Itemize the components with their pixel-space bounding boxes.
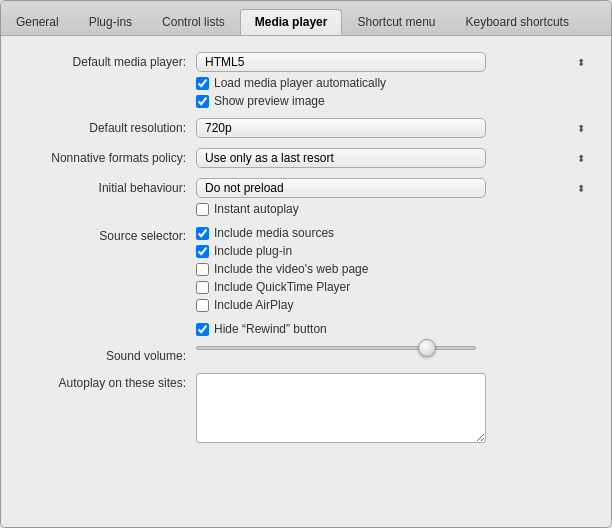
source-selector-control: Include media sources Include plug-in In… [196,226,591,312]
tab-shortcut-menu[interactable]: Shortcut menu [342,9,450,35]
autoplay-sites-control [196,373,591,443]
sound-volume-row: Sound volume: [21,346,591,363]
instant-autoplay-checkbox[interactable] [196,203,209,216]
nonnative-formats-control: Use only as a last resort Always use Nev… [196,148,591,168]
autoplay-sites-label: Autoplay on these sites: [21,373,196,390]
initial-behaviour-label: Initial behaviour: [21,178,196,195]
hide-rewind-checkbox[interactable] [196,323,209,336]
show-preview-image-label: Show preview image [214,94,325,108]
include-video-webpage-checkbox[interactable] [196,263,209,276]
default-resolution-select-wrapper: 720p 1080p 480p 360p 240p ⬍ [196,118,591,138]
tab-keyboard-shortcuts[interactable]: Keyboard shortcuts [451,9,584,35]
initial-behaviour-select[interactable]: Do not preload Preload metadata Preload … [196,178,486,198]
default-resolution-row: Default resolution: 720p 1080p 480p 360p… [21,118,591,138]
default-media-player-row: Default media player: HTML5 Flash Silver… [21,52,591,108]
nonnative-formats-row: Nonnative formats policy: Use only as a … [21,148,591,168]
nonnative-formats-select-wrapper: Use only as a last resort Always use Nev… [196,148,591,168]
nonnative-formats-label: Nonnative formats policy: [21,148,196,165]
nonnative-formats-select[interactable]: Use only as a last resort Always use Nev… [196,148,486,168]
default-media-player-label: Default media player: [21,52,196,69]
include-airplay-row[interactable]: Include AirPlay [196,298,591,312]
load-media-automatically-checkbox[interactable] [196,77,209,90]
include-plug-in-checkbox[interactable] [196,245,209,258]
hide-rewind-label: Hide “Rewind” button [214,322,327,336]
autoplay-sites-row: Autoplay on these sites: [21,373,591,443]
tab-bar: General Plug-ins Control lists Media pla… [1,1,611,36]
hide-rewind-spacer [21,322,196,325]
instant-autoplay-row[interactable]: Instant autoplay [196,202,591,216]
default-media-player-select[interactable]: HTML5 Flash Silverlight QuickTime [196,52,486,72]
hide-rewind-checkbox-row[interactable]: Hide “Rewind” button [196,322,591,336]
show-preview-image-checkbox[interactable] [196,95,209,108]
default-resolution-label: Default resolution: [21,118,196,135]
initial-behaviour-row: Initial behaviour: Do not preload Preloa… [21,178,591,216]
default-media-player-control: HTML5 Flash Silverlight QuickTime ⬍ Load… [196,52,591,108]
default-resolution-control: 720p 1080p 480p 360p 240p ⬍ [196,118,591,138]
initial-behaviour-control: Do not preload Preload metadata Preload … [196,178,591,216]
show-preview-image-row[interactable]: Show preview image [196,94,591,108]
include-media-sources-checkbox[interactable] [196,227,209,240]
hide-rewind-row: Hide “Rewind” button [21,322,591,336]
include-plug-in-row[interactable]: Include plug-in [196,244,591,258]
instant-autoplay-label: Instant autoplay [214,202,299,216]
tab-general[interactable]: General [1,9,74,35]
include-airplay-label: Include AirPlay [214,298,293,312]
initial-behaviour-arrow-icon: ⬍ [577,183,585,194]
content-area: Default media player: HTML5 Flash Silver… [1,36,611,527]
include-media-sources-label: Include media sources [214,226,334,240]
window: General Plug-ins Control lists Media pla… [0,0,612,528]
include-video-webpage-label: Include the video's web page [214,262,368,276]
source-selector-row: Source selector: Include media sources I… [21,226,591,312]
autoplay-sites-textarea[interactable] [196,373,486,443]
default-resolution-select[interactable]: 720p 1080p 480p 360p 240p [196,118,486,138]
resolution-arrow-icon: ⬍ [577,123,585,134]
sound-volume-slider-wrapper [196,346,591,350]
sound-volume-control [196,346,591,350]
tab-plugins[interactable]: Plug-ins [74,9,147,35]
sound-volume-label: Sound volume: [21,346,196,363]
include-quicktime-checkbox[interactable] [196,281,209,294]
load-media-automatically-label: Load media player automatically [214,76,386,90]
sound-volume-slider[interactable] [196,346,476,350]
tab-media-player[interactable]: Media player [240,9,343,35]
include-plug-in-label: Include plug-in [214,244,292,258]
include-quicktime-row[interactable]: Include QuickTime Player [196,280,591,294]
hide-rewind-control: Hide “Rewind” button [196,322,591,336]
initial-behaviour-select-wrapper: Do not preload Preload metadata Preload … [196,178,591,198]
nonnative-arrow-icon: ⬍ [577,153,585,164]
default-media-player-select-wrapper: HTML5 Flash Silverlight QuickTime ⬍ [196,52,591,72]
include-quicktime-label: Include QuickTime Player [214,280,350,294]
tab-control-lists[interactable]: Control lists [147,9,240,35]
include-video-webpage-row[interactable]: Include the video's web page [196,262,591,276]
include-media-sources-row[interactable]: Include media sources [196,226,591,240]
select-arrow-icon: ⬍ [577,57,585,68]
include-airplay-checkbox[interactable] [196,299,209,312]
source-selector-label: Source selector: [21,226,196,243]
load-media-automatically-row[interactable]: Load media player automatically [196,76,591,90]
